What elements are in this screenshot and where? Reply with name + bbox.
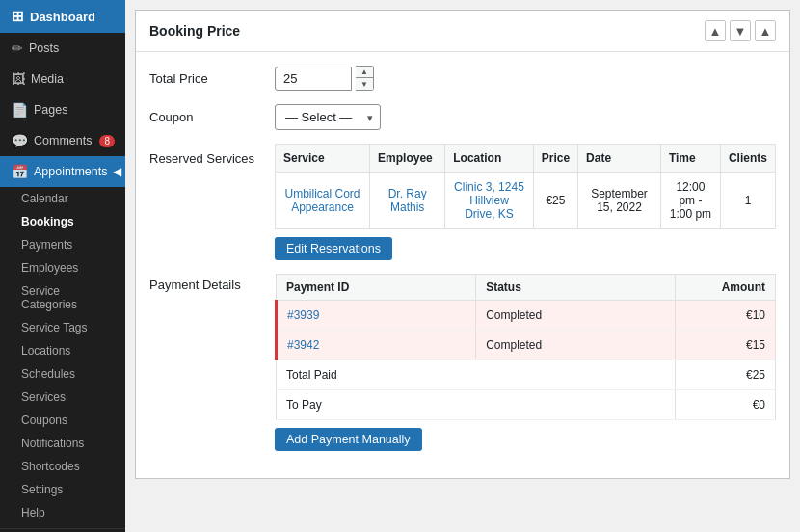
sidebar-sub-service-categories[interactable]: Service Categories bbox=[0, 279, 125, 316]
reserved-services-row: Reserved Services Service Employee Locat… bbox=[149, 144, 776, 260]
section-expand-button[interactable]: ▲ bbox=[755, 20, 776, 41]
ph-amount: Amount bbox=[676, 275, 776, 301]
posts-icon: ✏ bbox=[12, 40, 23, 56]
sidebar-item-posts[interactable]: ✏ Posts bbox=[0, 33, 125, 64]
section-body: Total Price ▲ ▼ Coupon — Select — bbox=[136, 52, 789, 478]
pd-status-1: Completed bbox=[476, 301, 676, 331]
pages-icon: 📄 bbox=[12, 102, 28, 118]
pd-id-2: #3942 bbox=[277, 331, 476, 360]
booking-price-section: Booking Price ▲ ▼ ▲ Total Price ▲ ▼ bbox=[135, 10, 790, 479]
pd-amount-1: €10 bbox=[676, 301, 776, 331]
th-clients: Clients bbox=[720, 145, 775, 173]
sidebar-item-media[interactable]: 🖼 Media bbox=[0, 64, 125, 94]
ph-id: Payment ID bbox=[277, 275, 476, 301]
main-content: Booking Price ▲ ▼ ▲ Total Price ▲ ▼ bbox=[125, 0, 800, 532]
sidebar-sub-bookings[interactable]: Bookings bbox=[0, 210, 125, 233]
sidebar-sub-payments[interactable]: Payments bbox=[0, 233, 125, 256]
td-price: €25 bbox=[533, 173, 577, 229]
payment-row-2: #3942 Completed €15 bbox=[277, 331, 776, 360]
sidebar-item-label: Posts bbox=[29, 41, 59, 55]
sidebar-sub-services[interactable]: Services bbox=[0, 386, 125, 409]
th-location: Location bbox=[445, 145, 533, 173]
td-employee: Dr. Ray Mathis bbox=[370, 173, 445, 229]
sidebar-sub-coupons[interactable]: Coupons bbox=[0, 409, 125, 432]
table-row: Umbilical Cord Appearance Dr. Ray Mathis… bbox=[276, 173, 776, 229]
add-payment-button[interactable]: Add Payment Manually bbox=[275, 428, 422, 451]
media-icon: 🖼 bbox=[12, 71, 25, 87]
service-link[interactable]: Umbilical Cord Appearance bbox=[285, 187, 360, 214]
th-time: Time bbox=[660, 145, 720, 173]
to-pay-label: To Pay bbox=[277, 390, 676, 420]
payment-id-link-2[interactable]: #3942 bbox=[287, 338, 319, 352]
section-header: Booking Price ▲ ▼ ▲ bbox=[136, 11, 789, 52]
sidebar-sub-help[interactable]: Help bbox=[0, 501, 125, 524]
sidebar-sub-settings[interactable]: Settings bbox=[0, 478, 125, 501]
th-service: Service bbox=[276, 145, 370, 173]
coupon-select[interactable]: — Select — bbox=[275, 104, 381, 130]
comments-badge: 8 bbox=[99, 135, 115, 147]
th-price: Price bbox=[533, 145, 577, 173]
total-paid-label: Total Paid bbox=[277, 360, 676, 390]
coupon-row: Coupon — Select — bbox=[149, 104, 776, 130]
payment-table: Payment ID Status Amount #3939 bbox=[275, 274, 776, 420]
payment-id-link-1[interactable]: #3939 bbox=[287, 308, 319, 322]
sidebar-item-comments[interactable]: 💬 Comments 8 bbox=[0, 125, 125, 156]
section-collapse-up-button[interactable]: ▲ bbox=[705, 20, 726, 41]
pd-status-2: Completed bbox=[476, 331, 676, 360]
pd-amount-2: €15 bbox=[676, 331, 776, 360]
employee-link[interactable]: Dr. Ray Mathis bbox=[388, 187, 427, 214]
total-price-row: Total Price ▲ ▼ bbox=[149, 66, 776, 91]
table-header-row: Service Employee Location Price Date Tim… bbox=[276, 145, 776, 173]
th-date: Date bbox=[578, 145, 661, 173]
sidebar-item-label: Media bbox=[31, 72, 64, 86]
coupon-label: Coupon bbox=[149, 110, 275, 124]
sidebar-item-pages[interactable]: 📄 Pages bbox=[0, 94, 125, 125]
price-spinner-down[interactable]: ▼ bbox=[356, 78, 373, 90]
sidebar-item-label: Pages bbox=[34, 103, 67, 117]
sidebar-sub-shortcodes[interactable]: Shortcodes bbox=[0, 455, 125, 478]
sidebar-item-label: Comments bbox=[34, 134, 92, 147]
appointments-arrow-icon: ◀ bbox=[113, 165, 121, 178]
td-date: September 15, 2022 bbox=[578, 173, 661, 229]
ph-status: Status bbox=[476, 275, 676, 301]
price-spinner: ▲ ▼ bbox=[356, 66, 374, 91]
price-spinner-up[interactable]: ▲ bbox=[356, 66, 373, 78]
payment-details-label: Payment Details bbox=[149, 274, 275, 292]
sidebar-sub-locations[interactable]: Locations bbox=[0, 339, 125, 362]
td-clients: 1 bbox=[720, 173, 775, 229]
total-paid-value: €25 bbox=[676, 360, 776, 390]
sidebar-item-appointments[interactable]: 📅 Appointments ◀ bbox=[0, 156, 125, 187]
reserved-services-table: Service Employee Location Price Date Tim… bbox=[275, 144, 776, 229]
payment-table-wrapper: Payment ID Status Amount #3939 bbox=[275, 274, 776, 451]
coupon-select-wrapper: — Select — bbox=[275, 104, 381, 130]
sidebar-sub-schedules[interactable]: Schedules bbox=[0, 362, 125, 386]
appointments-icon: 📅 bbox=[12, 164, 28, 179]
section-collapse-down-button[interactable]: ▼ bbox=[730, 20, 751, 41]
payment-header-row: Payment ID Status Amount bbox=[277, 275, 776, 301]
total-paid-row: Total Paid €25 bbox=[277, 360, 776, 390]
sidebar: ⊞ Dashboard ✏ Posts 🖼 Media 📄 Pages 💬 Co… bbox=[0, 0, 125, 532]
sidebar-sub-service-tags[interactable]: Service Tags bbox=[0, 316, 125, 339]
sidebar-sub-notifications[interactable]: Notifications bbox=[0, 432, 125, 455]
sidebar-sub-calendar[interactable]: Calendar bbox=[0, 187, 125, 210]
dashboard-link[interactable]: ⊞ Dashboard bbox=[0, 0, 125, 33]
th-employee: Employee bbox=[370, 145, 445, 173]
to-pay-value: €0 bbox=[676, 390, 776, 420]
dashboard-label: Dashboard bbox=[30, 10, 95, 24]
reserved-services-label: Reserved Services bbox=[149, 144, 275, 166]
total-price-input-wrapper: ▲ ▼ bbox=[275, 66, 374, 91]
edit-reservations-button[interactable]: Edit Reservations bbox=[275, 237, 392, 260]
td-location: Clinic 3, 1245 Hillview Drive, KS bbox=[445, 173, 533, 229]
total-price-input[interactable] bbox=[275, 66, 352, 91]
dashboard-icon: ⊞ bbox=[12, 8, 24, 25]
pd-id-1: #3939 bbox=[277, 301, 476, 331]
comments-icon: 💬 bbox=[12, 133, 28, 148]
location-link[interactable]: Clinic 3, 1245 Hillview Drive, KS bbox=[454, 180, 524, 221]
section-title: Booking Price bbox=[149, 23, 240, 39]
sidebar-sub-employees[interactable]: Employees bbox=[0, 256, 125, 279]
reserved-services-table-wrapper: Service Employee Location Price Date Tim… bbox=[275, 144, 776, 260]
payment-details-row: Payment Details Payment ID Status Amount bbox=[149, 274, 776, 451]
to-pay-row: To Pay €0 bbox=[277, 390, 776, 420]
td-service: Umbilical Cord Appearance bbox=[276, 173, 370, 229]
td-time: 12:00 pm - 1:00 pm bbox=[660, 173, 720, 229]
